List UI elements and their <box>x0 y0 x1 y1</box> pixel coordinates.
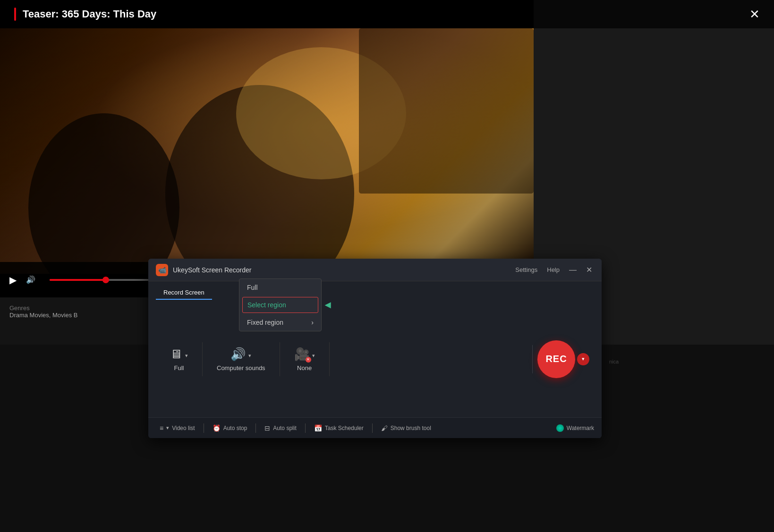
svg-rect-3 <box>359 28 534 194</box>
brush-icon: 🖌 <box>381 424 388 432</box>
settings-button[interactable]: Settings <box>513 266 539 273</box>
progress-fill <box>50 279 106 281</box>
controls-separator <box>532 345 533 373</box>
auto-stop-label: Auto stop <box>223 425 247 431</box>
webcam-chevron-icon: ▾ <box>312 353 315 359</box>
dropdown-fixed-region[interactable]: Fixed region › <box>239 314 321 331</box>
list-icon: ≡ <box>160 424 163 432</box>
auto-split-label: Auto split <box>273 425 296 431</box>
close-video-button[interactable]: ✕ <box>749 8 760 20</box>
toolbar-separator-3 <box>305 423 306 433</box>
toolbar-separator-2 <box>255 423 256 433</box>
recorder-titlebar: 📹 UkeySoft Screen Recorder Settings Help… <box>148 259 602 281</box>
dropdown-select-region[interactable]: Select region ◄ <box>242 297 318 313</box>
monitor-icon: 🖥 <box>170 347 182 362</box>
webcam-dropdown-wrap: 🎥 ✕ ▾ <box>294 347 315 364</box>
screen-chevron-icon: ▾ <box>185 353 188 359</box>
couple-silhouette <box>0 28 534 274</box>
progress-indicator <box>102 277 109 283</box>
watermark-label: Watermark <box>567 425 594 431</box>
watermark-item[interactable]: Watermark <box>556 424 594 432</box>
green-arrow-icon: ◄ <box>323 299 333 311</box>
title-accent-bar <box>14 8 16 21</box>
recorder-panel: 📹 UkeySoft Screen Recorder Settings Help… <box>148 259 602 438</box>
right-side-text: nica <box>609 359 619 364</box>
watermark-icon <box>556 424 564 432</box>
screen-selector[interactable]: 🖥 ▾ Full <box>156 342 203 376</box>
record-tabs: Record Screen <box>156 286 594 300</box>
split-icon: ⊟ <box>264 424 270 432</box>
tab-record-screen[interactable]: Record Screen <box>156 286 212 300</box>
recorder-window-controls: Settings Help — ✕ <box>513 265 594 274</box>
audio-chevron-icon: ▾ <box>248 353 251 359</box>
toolbar-separator-4 <box>372 423 373 433</box>
screen-record-dropdown: Full Select region ◄ Fixed region › <box>239 279 322 331</box>
rec-button[interactable]: REC <box>537 340 575 378</box>
task-scheduler-button[interactable]: 📅 Task Scheduler <box>310 422 367 434</box>
dropdown-full[interactable]: Full <box>239 279 321 296</box>
svg-point-0 <box>28 113 179 274</box>
help-button[interactable]: Help <box>545 266 561 273</box>
audio-label: Computer sounds <box>217 364 265 372</box>
show-brush-button[interactable]: 🖌 Show brush tool <box>377 422 435 434</box>
task-scheduler-label: Task Scheduler <box>325 425 364 431</box>
screen-dropdown-wrap: 🖥 ▾ <box>170 347 188 364</box>
auto-split-button[interactable]: ⊟ Auto split <box>261 422 300 434</box>
webcam-disabled-icon: ✕ <box>306 357 311 363</box>
play-button[interactable]: ▶ <box>9 274 17 286</box>
webcam-icon-wrap: 🎥 ✕ <box>294 347 309 362</box>
recorder-body: Record Screen 🖥 ▾ Full 🔊 ▾ Computer soun… <box>148 281 602 417</box>
video-title-bar: Teaser: 365 Days: This Day ✕ <box>0 0 774 28</box>
recorder-logo-icon: 📹 <box>156 264 168 276</box>
show-brush-label: Show brush tool <box>391 425 431 431</box>
list-chevron-icon: ▾ <box>166 425 169 431</box>
rec-dropdown-arrow[interactable]: ▾ <box>577 353 589 365</box>
toolbar-separator-1 <box>204 423 204 433</box>
video-list-label: Video list <box>172 425 195 431</box>
speaker-icon: 🔊 <box>230 347 246 362</box>
controls-row: 🖥 ▾ Full 🔊 ▾ Computer sounds 🎥 ✕ <box>156 308 594 410</box>
screen-label: Full <box>174 364 184 372</box>
scheduler-icon: 📅 <box>314 424 322 432</box>
volume-button[interactable]: 🔊 <box>26 275 35 284</box>
bottom-toolbar: ≡ ▾ Video list ⏰ Auto stop ⊟ Auto split … <box>148 417 602 438</box>
webcam-selector[interactable]: 🎥 ✕ ▾ None <box>280 342 330 376</box>
clock-icon: ⏰ <box>213 424 221 432</box>
audio-selector[interactable]: 🔊 ▾ Computer sounds <box>203 342 280 376</box>
webcam-label: None <box>297 364 312 372</box>
audio-dropdown-wrap: 🔊 ▾ <box>230 347 251 364</box>
video-title: Teaser: 365 Days: This Day <box>23 8 749 20</box>
video-list-button[interactable]: ≡ ▾ Video list <box>156 422 199 434</box>
minimize-button[interactable]: — <box>567 266 578 274</box>
video-thumbnail <box>0 28 534 274</box>
auto-stop-button[interactable]: ⏰ Auto stop <box>209 422 251 434</box>
close-recorder-button[interactable]: ✕ <box>584 265 594 274</box>
rec-button-wrap: REC ▾ <box>537 340 594 378</box>
recorder-title: UkeySoft Screen Recorder <box>173 266 513 274</box>
